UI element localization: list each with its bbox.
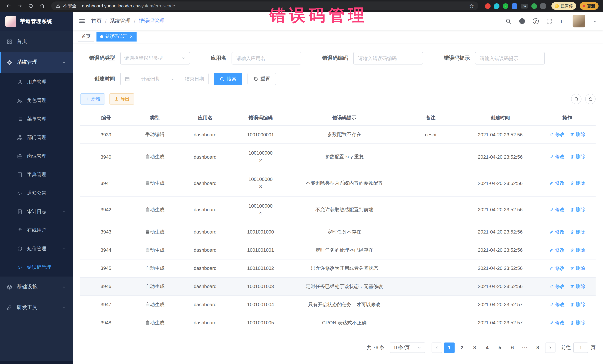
error-code-input[interactable] <box>353 52 423 65</box>
sidebar-item-dict[interactable]: 字典管理 <box>0 165 73 184</box>
page-button-8[interactable]: 8 <box>533 342 543 353</box>
sidebar-item-infra[interactable]: 基础设施 <box>0 276 73 297</box>
page-size-select[interactable]: 10条/页 <box>390 342 425 353</box>
date-end-placeholder: 结束日期 <box>185 76 204 82</box>
error-hint-input[interactable] <box>475 52 545 65</box>
page-button-4[interactable]: 4 <box>482 342 492 353</box>
tag-error-code[interactable]: 错误码管理 × <box>96 32 136 41</box>
sidebar-item-users[interactable]: 用户管理 <box>0 73 73 91</box>
date-range-picker[interactable]: 开始日期 - 结束日期 <box>120 73 209 85</box>
column-header: 错误码编码 <box>232 110 289 125</box>
delete-link[interactable]: 删除 <box>570 283 585 290</box>
edit-link[interactable]: 修改 <box>549 265 565 272</box>
edit-link[interactable]: 修改 <box>549 206 565 213</box>
cell-id: 3941 <box>80 170 132 197</box>
delete-link[interactable]: 删除 <box>570 247 585 254</box>
edit-link[interactable]: 修改 <box>549 180 565 187</box>
extension-on-badge[interactable]: on <box>521 3 528 8</box>
delete-link[interactable]: 删除 <box>570 131 585 138</box>
browser-forward-button[interactable] <box>15 1 24 11</box>
search-button[interactable]: 搜索 <box>214 73 242 85</box>
sidebar-item-notice[interactable]: 通知公告 <box>0 184 73 202</box>
fullscreen-icon[interactable] <box>546 18 552 24</box>
page-button-3[interactable]: 3 <box>469 342 480 353</box>
app-logo[interactable]: 芋道管理系统 <box>0 12 73 31</box>
paused-badge[interactable]: 已暂停 <box>551 2 576 10</box>
breadcrumb-system[interactable]: 系统管理 <box>110 18 131 24</box>
avatar-caret-down-icon[interactable] <box>593 18 597 24</box>
address-bar[interactable]: 不安全 dashboard.yudao.iocoder.cn/system/er… <box>51 1 478 10</box>
app-name-label: 应用名 <box>211 55 226 62</box>
page-button-1[interactable]: 1 <box>444 342 454 353</box>
delete-link[interactable]: 删除 <box>570 301 585 308</box>
extension-drop-icon[interactable] <box>494 3 499 9</box>
prev-page-button[interactable] <box>431 342 442 353</box>
font-size-icon[interactable]: TT <box>559 18 565 24</box>
edit-link[interactable]: 修改 <box>549 301 565 308</box>
error-type-placeholder: 请选择错误码类型 <box>124 55 163 62</box>
export-button[interactable]: 导出 <box>109 93 134 105</box>
edit-link[interactable]: 修改 <box>549 131 565 138</box>
breadcrumb-home[interactable]: 首页 <box>91 18 102 24</box>
sidebar-item-devtools[interactable]: 研发工具 <box>0 297 73 318</box>
delete-link[interactable]: 删除 <box>570 229 585 235</box>
sidebar-item-online-users[interactable]: 在线用户 <box>0 221 73 240</box>
github-icon[interactable] <box>519 18 525 24</box>
sidebar-item-sms[interactable]: 短信管理 <box>0 240 73 258</box>
app-name-input[interactable] <box>232 52 301 65</box>
refresh-table-button[interactable] <box>585 94 596 104</box>
table-toolbar: 新增 导出 <box>80 93 596 105</box>
browser-reload-button[interactable] <box>26 1 36 11</box>
sidebar-item-roles[interactable]: 角色管理 <box>0 91 73 110</box>
delete-link[interactable]: 删除 <box>570 320 585 326</box>
delete-link[interactable]: 删除 <box>570 154 585 160</box>
sidebar-item-audit-log[interactable]: 审计日志 <box>0 202 73 221</box>
extension-pin-icon[interactable] <box>540 3 546 9</box>
cell-hint: 只有开启状态的任务，才可以修改 <box>289 296 400 314</box>
extension-grid-icon[interactable] <box>512 3 517 9</box>
tag-close-icon[interactable]: × <box>130 34 133 39</box>
header-search-icon[interactable] <box>505 18 511 24</box>
browser-back-button[interactable] <box>4 1 13 11</box>
edit-link[interactable]: 修改 <box>549 247 565 254</box>
edit-link[interactable]: 修改 <box>549 154 565 160</box>
extension-check-icon[interactable]: ✓ <box>503 3 508 9</box>
sidebar-item-depts[interactable]: 部门管理 <box>0 128 73 147</box>
reset-button[interactable]: 重置 <box>247 73 276 85</box>
toggle-search-button[interactable] <box>571 94 581 104</box>
goto-page-input[interactable] <box>573 342 588 353</box>
sidebar-item-posts[interactable]: 岗位管理 <box>0 147 73 165</box>
cell-actions: 修改删除 <box>539 314 596 332</box>
add-button[interactable]: 新增 <box>80 93 105 105</box>
delete-link[interactable]: 删除 <box>570 265 585 272</box>
cell-remark <box>400 144 462 170</box>
sidebar-item-home[interactable]: 首页 <box>0 31 73 52</box>
goto-label: 前往 <box>561 344 571 351</box>
paused-emoji-icon <box>555 4 559 8</box>
edit-link[interactable]: 修改 <box>549 229 565 235</box>
error-type-select[interactable]: 请选择错误码类型 <box>120 52 190 65</box>
doc-icon <box>17 209 23 214</box>
user-avatar[interactable] <box>573 15 585 27</box>
next-page-button[interactable] <box>545 342 556 353</box>
help-icon[interactable]: ? <box>533 18 539 24</box>
update-button[interactable]: 更新 <box>580 2 599 10</box>
delete-link[interactable]: 删除 <box>570 180 585 187</box>
sidebar-item-error-code[interactable]: 错误码管理 <box>0 258 73 276</box>
extension-record-icon[interactable] <box>485 3 491 9</box>
browser-home-button[interactable] <box>37 1 47 11</box>
page-ellipsis[interactable]: ··· <box>520 342 530 353</box>
sidebar-toggle-button[interactable] <box>79 18 85 24</box>
delete-link[interactable]: 删除 <box>570 206 585 213</box>
tag-home[interactable]: 首页 <box>78 32 94 41</box>
page-button-5[interactable]: 5 <box>495 342 505 353</box>
sidebar-item-system[interactable]: 系统管理 <box>0 52 73 73</box>
extension-leaf-icon[interactable] <box>531 3 537 9</box>
cell-code: 1001001000 <box>232 223 289 241</box>
page-button-6[interactable]: 6 <box>507 342 518 353</box>
edit-link[interactable]: 修改 <box>549 320 565 326</box>
page-button-2[interactable]: 2 <box>457 342 467 353</box>
edit-link[interactable]: 修改 <box>549 283 565 290</box>
sidebar-item-menus[interactable]: 菜单管理 <box>0 110 73 128</box>
bookmark-star-icon[interactable]: ☆ <box>469 3 474 9</box>
